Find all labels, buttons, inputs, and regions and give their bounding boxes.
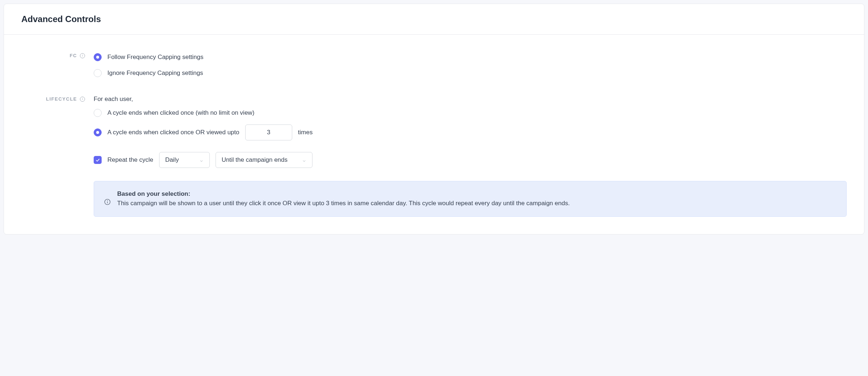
radio-selected[interactable]	[94, 53, 102, 61]
radio-label: Follow Frequency Capping settings	[107, 54, 204, 61]
fc-row: FC Follow Frequency Capping settings Ign…	[21, 52, 847, 78]
radio-label: A cycle ends when clicked once (with no …	[107, 109, 254, 117]
select-value: Until the campaign ends	[222, 156, 288, 164]
lifecycle-label: LIFECYCLE	[46, 96, 77, 102]
card-header: Advanced Controls	[4, 4, 864, 35]
radio-label-pre: A cycle ends when clicked once OR viewed…	[107, 129, 239, 136]
lifecycle-intro: For each user,	[94, 96, 847, 103]
fc-content: Follow Frequency Capping settings Ignore…	[94, 52, 847, 78]
repeat-label: Repeat the cycle	[107, 156, 153, 164]
radio-unselected[interactable]	[94, 109, 102, 117]
repeat-checkbox[interactable]	[94, 156, 102, 164]
radio-label: Ignore Frequency Capping settings	[107, 69, 203, 77]
select-value: Daily	[165, 156, 179, 164]
repeat-frequency-select[interactable]: Daily	[159, 152, 210, 168]
repeat-until-select[interactable]: Until the campaign ends	[216, 152, 312, 168]
svg-point-2	[107, 200, 108, 201]
card-body: FC Follow Frequency Capping settings Ign…	[4, 35, 864, 234]
lifecycle-option-click-or-view[interactable]: A cycle ends when clicked once OR viewed…	[94, 124, 847, 140]
summary-content: Based on your selection: This campaign w…	[117, 189, 570, 208]
advanced-controls-card: Advanced Controls FC Follow Frequency Ca…	[4, 4, 864, 235]
info-icon[interactable]	[80, 97, 85, 102]
fc-option-follow[interactable]: Follow Frequency Capping settings	[94, 52, 847, 62]
info-icon[interactable]	[80, 53, 85, 58]
lifecycle-content: For each user, A cycle ends when clicked…	[94, 96, 847, 217]
card-title: Advanced Controls	[21, 14, 847, 24]
lifecycle-row: LIFECYCLE For each user, A cycle ends wh…	[21, 96, 847, 217]
radio-selected[interactable]	[94, 128, 102, 136]
chevron-down-icon	[199, 158, 204, 162]
radio-label-post: times	[298, 129, 313, 136]
selection-summary-box: Based on your selection: This campaign w…	[94, 181, 847, 217]
view-count-input[interactable]	[245, 124, 292, 140]
summary-title: Based on your selection:	[117, 189, 570, 199]
fc-label: FC	[70, 53, 77, 58]
radio-unselected[interactable]	[94, 69, 102, 77]
chevron-down-icon	[302, 158, 306, 162]
lifecycle-label-col: LIFECYCLE	[21, 96, 94, 102]
lifecycle-option-click-only[interactable]: A cycle ends when clicked once (with no …	[94, 108, 847, 118]
info-icon	[104, 199, 111, 205]
fc-label-col: FC	[21, 52, 94, 58]
fc-option-ignore[interactable]: Ignore Frequency Capping settings	[94, 68, 847, 78]
repeat-cycle-row: Repeat the cycle Daily Until the campaig…	[94, 152, 847, 168]
summary-body: This campaign will be shown to a user un…	[117, 199, 570, 208]
